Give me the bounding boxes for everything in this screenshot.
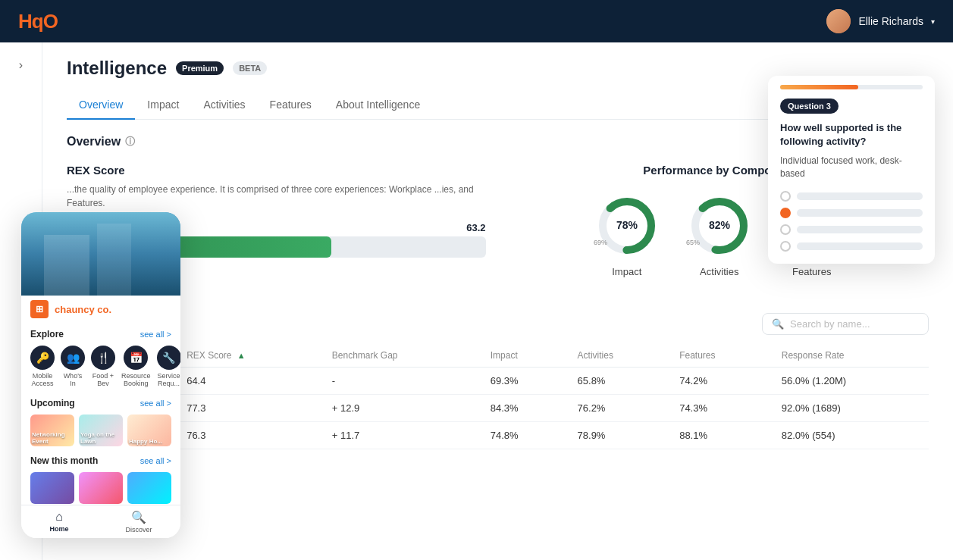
event-thumb-3: Happy Ho... [127, 415, 171, 446]
mobile-icon-whos-in[interactable]: 👥 Who's In [61, 346, 85, 387]
tab-about-intelligence[interactable]: About Intelligence [324, 91, 432, 120]
sort-icon: ▲ [237, 351, 246, 360]
chevron-down-icon: ▾ [931, 17, 935, 26]
mobile-icon-food[interactable]: 🍴 Food + Bev [91, 346, 115, 387]
mobile-header-image [21, 212, 180, 296]
row-impact: 84.3% [481, 395, 569, 422]
tab-features[interactable]: Features [258, 91, 324, 120]
events-row: Networking Event Yoga on the Lawn Happy … [30, 415, 171, 446]
option-bar-4 [797, 242, 923, 250]
search-placeholder: Search by name... [790, 318, 870, 330]
svg-text:78%: 78% [616, 219, 638, 231]
search-box[interactable]: 🔍 Search by name... [762, 313, 929, 335]
upcoming-title: Upcoming [30, 398, 75, 408]
user-profile[interactable]: Ellie Richards ▾ [826, 9, 935, 33]
rex-score-description: ...the quality of employee experience. I… [67, 183, 486, 210]
mobile-icon-booking[interactable]: 📅 ResourceBooking [121, 346, 151, 387]
radio-3[interactable] [780, 224, 791, 235]
table-header-row: by Location 🔍 Search by name... [67, 313, 929, 335]
row-activities: 78.9% [569, 422, 671, 449]
radio-2[interactable] [780, 208, 791, 218]
radio-1[interactable] [780, 191, 791, 202]
row-features: 74.3% [670, 395, 773, 422]
premium-badge: Premium [176, 61, 224, 75]
survey-option-2[interactable] [780, 208, 923, 218]
event-thumb-2: Yoga on the Lawn [79, 415, 123, 446]
mobile-app-overlay: ⊞ chauncy co. Explore see all > 🔑 Mobile… [21, 212, 180, 538]
row-activities: 65.8% [569, 368, 671, 395]
new-thumb-3 [127, 472, 171, 504]
col-rex-score[interactable]: REX Score ▲ [177, 344, 323, 368]
option-bar-3 [797, 226, 923, 233]
survey-question-badge: Question 3 [780, 99, 839, 114]
row-response: 82.0% (554) [773, 422, 929, 449]
mobile-nav-discover[interactable]: 🔍 Discover [125, 510, 152, 533]
svg-text:82%: 82% [709, 219, 731, 231]
option-bar-2 [797, 209, 923, 217]
mobile-icons-row: 🔑 MobileAccess 👥 Who's In 🍴 Food + Bev 📅… [30, 346, 171, 387]
col-features: Features [670, 344, 773, 368]
tab-impact[interactable]: Impact [135, 91, 191, 120]
survey-option-4[interactable] [780, 241, 923, 252]
survey-question-text: How well supported is the following acti… [768, 121, 935, 149]
new-month-see-all[interactable]: see all > [140, 456, 171, 465]
company-name: chauncy co. [55, 304, 111, 315]
option-bar-1 [797, 192, 923, 200]
tab-activities[interactable]: Activities [191, 91, 257, 120]
app-logo: HqO [18, 10, 58, 33]
row-response: 92.0% (1689) [773, 395, 929, 422]
features-label: Features [792, 266, 831, 277]
col-impact: Impact [481, 344, 569, 368]
survey-option-3[interactable] [780, 224, 923, 235]
resource-booking-icon: 📅 [124, 346, 148, 370]
survey-options [768, 191, 935, 252]
svg-text:69%: 69% [594, 239, 607, 246]
row-gap: - [323, 368, 481, 395]
survey-option-1[interactable] [780, 191, 923, 202]
row-features: 88.1% [670, 422, 773, 449]
row-impact: 69.3% [481, 368, 569, 395]
company-logo-bar: ⊞ chauncy co. [21, 296, 180, 323]
svg-text:65%: 65% [686, 239, 700, 246]
mobile-icon-mobile-access[interactable]: 🔑 MobileAccess [30, 346, 55, 387]
user-name: Ellie Richards [858, 15, 923, 27]
survey-progress-fill [780, 85, 858, 89]
col-response-rate: Response Rate [773, 344, 929, 368]
info-icon[interactable]: ⓘ [125, 135, 135, 149]
home-icon: ⌂ [55, 510, 63, 524]
activities-donut-chart: 82% 65% [685, 192, 754, 260]
row-response: 56.0% (1.20M) [773, 368, 929, 395]
top-navigation: HqO Ellie Richards ▾ [0, 0, 953, 42]
explore-see-all[interactable]: see all > [140, 330, 171, 339]
mobile-icon-service[interactable]: 🔧 ServiceRequ... [157, 346, 180, 387]
activities-label: Activities [700, 266, 738, 277]
company-icon: ⊞ [30, 300, 49, 318]
row-activities: 76.2% [569, 395, 671, 422]
mobile-bottom-navigation: ⌂ Home 🔍 Discover [21, 505, 180, 538]
company-icon-text: ⊞ [36, 304, 43, 314]
row-features: 74.2% [670, 368, 773, 395]
event-thumb-1: Networking Event [30, 415, 74, 446]
tab-overview[interactable]: Overview [67, 91, 135, 120]
row-impact: 74.8% [481, 422, 569, 449]
whos-in-icon: 👥 [61, 346, 85, 370]
upcoming-see-all[interactable]: see all > [140, 399, 171, 408]
mobile-nav-home[interactable]: ⌂ Home [49, 510, 68, 533]
col-benchmark-gap: Benchmark Gap [323, 344, 481, 368]
impact-donut-chart: 78% 69% [593, 192, 661, 260]
discover-icon: 🔍 [131, 510, 146, 524]
new-thumb-2 [79, 472, 123, 504]
table-row: 77.3 + 12.9 84.3% 76.2% 74.3% 92.0% (168… [67, 395, 929, 422]
survey-overlay: Question 3 How well supported is the fol… [768, 76, 935, 264]
food-bev-icon: 🍴 [91, 346, 115, 370]
survey-progress-bar [780, 85, 923, 89]
avatar [826, 9, 851, 33]
new-items-row [30, 472, 171, 504]
locations-table: REX Score ▲ Benchmark Gap Impact Activit… [67, 344, 929, 449]
sidebar-toggle-button[interactable]: › [11, 55, 32, 76]
mobile-new-month-section: New this month see all > [21, 451, 180, 508]
table-row: 76.3 + 11.7 74.8% 78.9% 88.1% 82.0% (554… [67, 422, 929, 449]
survey-sub-text: Individual focused work, desk-based [768, 155, 935, 180]
rex-score-title: REX Score [67, 164, 486, 177]
radio-4[interactable] [780, 241, 791, 252]
